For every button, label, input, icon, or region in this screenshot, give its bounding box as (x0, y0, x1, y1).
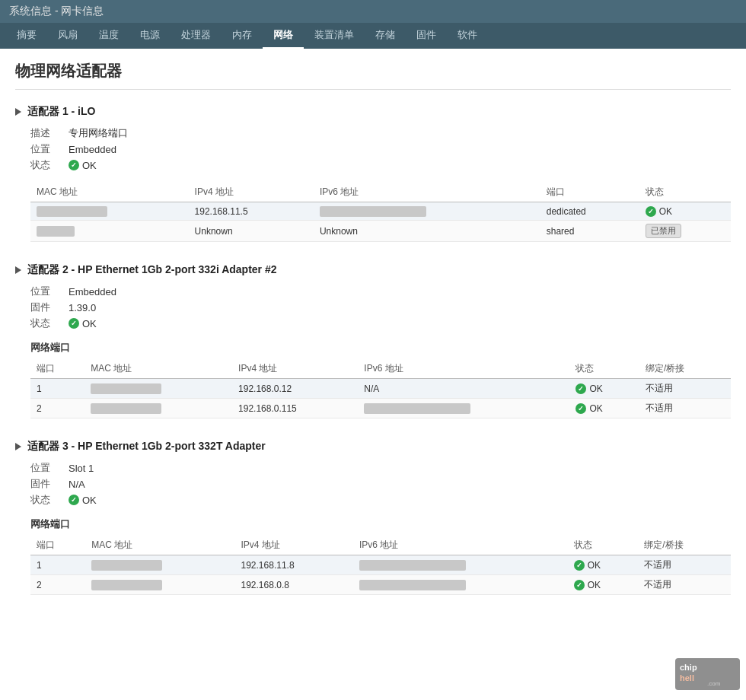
detail-label-location-3: 位置 (30, 461, 69, 475)
nav-bar: 摘要 风扇 温度 电源 处理器 内存 网络 装置清单 存储 固件 软件 (0, 23, 746, 49)
col-port-3: 端口 (30, 536, 85, 555)
nav-firmware[interactable]: 固件 (406, 23, 447, 49)
cell-status: ✓ OK (569, 379, 639, 399)
ok-label: OK (589, 383, 602, 394)
blurred-ipv6-3b: xxxx::xxxx:xxxx (359, 580, 466, 590)
cell-binding: 不适用 (638, 555, 731, 575)
adapter-2-table-container: 网络端口 端口 MAC 地址 IPv4 地址 IPv6 地址 状态 绑定/桥接 … (30, 341, 731, 418)
detail-value-firmware-3: N/A (69, 479, 85, 490)
cell-ipv4: 192.168.0.12 (232, 379, 358, 399)
blurred-ipv6-2b: xxxx::xxxx:xxxx (364, 403, 470, 414)
adapter-2-details: 位置 Embedded 固件 1.39.0 状态 ✓ OK (30, 285, 731, 330)
detail-label-firmware-3: 固件 (30, 477, 69, 491)
adapter-3-title: 适配器 3 - HP Ethernet 1Gb 2-port 332T Adap… (27, 440, 266, 453)
detail-label-status-3: 状态 (30, 493, 69, 507)
nav-inventory[interactable]: 装置清单 (304, 23, 365, 49)
detail-value-desc: 专用网络端口 (69, 126, 128, 140)
table-row: 1 00:00:00:00:00:00 192.168.11.8 xxxx::x… (30, 555, 731, 575)
blurred-mac-2a: 00:00:00:00:00:00 (91, 383, 161, 394)
detail-value-location-1: Embedded (69, 144, 116, 155)
status-ok-badge: ✓ OK (575, 383, 602, 394)
col-binding-2: 绑定/桥接 (639, 359, 731, 379)
detail-row-location-2: 位置 Embedded (30, 285, 731, 298)
cell-status: ✓ OK (569, 399, 639, 418)
cell-mac: 00:00:00:00:00:00 (84, 379, 232, 399)
cell-ipv6: xxxx::xxxx:xxxx (353, 555, 568, 575)
col-mac-3: MAC 地址 (85, 536, 234, 555)
adapter-2-title: 适配器 2 - HP Ethernet 1Gb 2-port 332i Adap… (27, 263, 277, 277)
detail-row-location-1: 位置 Embedded (30, 142, 731, 156)
nav-temperature[interactable]: 温度 (88, 23, 129, 49)
col-mac-2: MAC 地址 (84, 359, 232, 379)
col-status-1: 状态 (639, 183, 731, 202)
col-ipv6-3: IPv6 地址 (353, 536, 568, 555)
nav-power[interactable]: 电源 (129, 23, 171, 49)
adapter-3-table: 端口 MAC 地址 IPv4 地址 IPv6 地址 状态 绑定/桥接 1 00:… (30, 536, 731, 595)
ok-checkmark: ✓ (646, 206, 656, 217)
ok-label: OK (588, 560, 601, 571)
collapse-icon-3[interactable] (15, 443, 21, 450)
col-status-3: 状态 (568, 536, 639, 555)
table-row: 2 00:00:00:00:00:00 192.168.0.8 xxxx::xx… (30, 575, 731, 595)
table-row: 00:00:00:00:00:00 192.168.11.5 xxxx::xxx… (30, 202, 731, 221)
blurred-mac: 00:00:00:00:00:00 (37, 206, 107, 217)
col-port-1: 端口 (540, 183, 639, 202)
adapter-3-header: 适配器 3 - HP Ethernet 1Gb 2-port 332T Adap… (15, 440, 731, 453)
nav-summary[interactable]: 摘要 (6, 23, 47, 49)
adapter-1-table-container: MAC 地址 IPv4 地址 IPv6 地址 端口 状态 00:00:00:00… (30, 183, 731, 242)
cell-port: 1 (30, 555, 85, 575)
collapse-icon-2[interactable] (15, 266, 21, 274)
detail-row-status-1: 状态 ✓ OK (30, 158, 731, 172)
adapter-section-1: 适配器 1 - iLO 描述 专用网络端口 位置 Embedded 状态 ✓ O… (15, 105, 731, 242)
detail-value-firmware-2: 1.39.0 (69, 302, 96, 313)
cell-port: shared (540, 221, 639, 242)
table-row: 00:00:00 Unknown Unknown shared 已禁用 (30, 221, 731, 242)
ok-checkmark-1: ✓ (69, 160, 79, 170)
ok-text-1: OK (82, 160, 97, 171)
adapter-2-header: 适配器 2 - HP Ethernet 1Gb 2-port 332i Adap… (15, 263, 731, 277)
cell-binding: 不适用 (638, 575, 731, 595)
detail-row-status-3: 状态 ✓ OK (30, 493, 731, 507)
main-content: 物理网络适配器 适配器 1 - iLO 描述 专用网络端口 位置 Embedde… (0, 49, 746, 700)
col-ipv6-2: IPv6 地址 (358, 359, 569, 379)
adapter-2-table: 端口 MAC 地址 IPv4 地址 IPv6 地址 状态 绑定/桥接 1 00:… (30, 359, 731, 418)
nav-memory[interactable]: 内存 (222, 23, 263, 49)
detail-label-status-1: 状态 (30, 158, 69, 172)
blurred-mac-3b: 00:00:00:00:00:00 (91, 580, 162, 590)
cell-port: 1 (30, 379, 84, 399)
cell-ipv4: 192.168.11.8 (235, 555, 353, 575)
col-mac-1: MAC 地址 (30, 183, 189, 202)
nav-storage[interactable]: 存储 (365, 23, 406, 49)
blurred-ipv6-3a: xxxx::xxxx:xxxx (359, 560, 466, 571)
nav-fans[interactable]: 风扇 (47, 23, 88, 49)
collapse-icon-1[interactable] (15, 108, 21, 116)
ok-checkmark: ✓ (575, 383, 586, 394)
detail-label-status-2: 状态 (30, 317, 69, 330)
nav-processor[interactable]: 处理器 (171, 23, 222, 49)
status-ok-badge: ✓ OK (574, 560, 601, 571)
ok-text-2: OK (82, 318, 97, 329)
ok-checkmark: ✓ (575, 403, 586, 414)
blurred-mac-2b: 00:00:00:00:00:00 (91, 403, 161, 414)
cell-status: ✓ OK (568, 575, 639, 595)
disabled-badge: 已禁用 (646, 224, 681, 238)
detail-label-desc: 描述 (30, 126, 69, 140)
detail-row-location-3: 位置 Slot 1 (30, 461, 731, 475)
nav-software[interactable]: 软件 (447, 23, 488, 49)
col-binding-3: 绑定/桥接 (638, 536, 731, 555)
cell-binding: 不适用 (639, 379, 731, 399)
title-bar: 系统信息 - 网卡信息 (0, 0, 746, 23)
detail-value-location-3: Slot 1 (69, 463, 94, 474)
cell-ipv6: xxxx::xxxx:xxxx (358, 399, 569, 418)
col-ipv4-2: IPv4 地址 (232, 359, 358, 379)
cell-port: 2 (30, 575, 85, 595)
cell-status: 已禁用 (639, 221, 731, 242)
cell-ipv6: Unknown (314, 221, 540, 242)
detail-value-status-2: ✓ OK (69, 318, 97, 329)
cell-port: 2 (30, 399, 84, 418)
col-ipv6-1: IPv6 地址 (314, 183, 540, 202)
blurred-mac-sm: 00:00:00 (37, 226, 75, 237)
cell-ipv4: 192.168.0.8 (235, 575, 353, 595)
nav-network[interactable]: 网络 (263, 23, 304, 49)
detail-row-desc: 描述 专用网络端口 (30, 126, 731, 140)
